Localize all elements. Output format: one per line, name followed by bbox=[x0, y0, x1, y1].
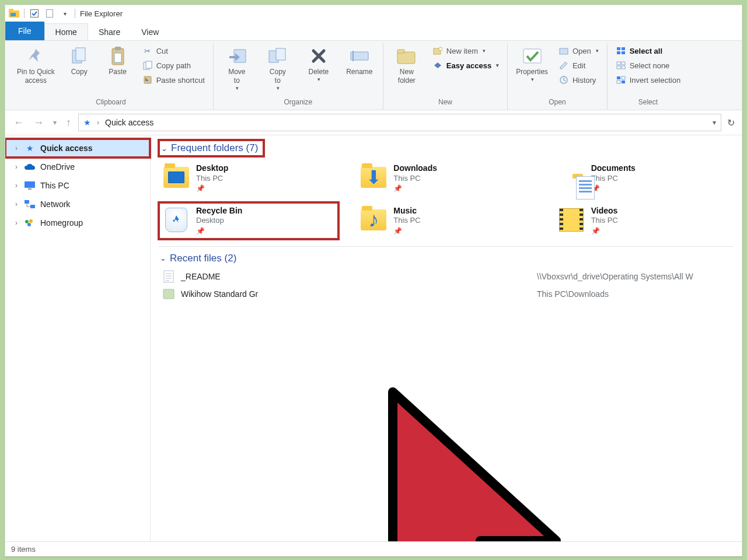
breadcrumb-separator-icon: › bbox=[97, 118, 99, 127]
new-item-button[interactable]: New item▾ bbox=[430, 44, 501, 57]
breadcrumb-root[interactable]: Quick access bbox=[105, 118, 153, 127]
svg-rect-4 bbox=[47, 10, 53, 18]
sidebar-item-network[interactable]: › Network bbox=[5, 195, 150, 214]
svg-rect-17 bbox=[352, 51, 354, 61]
copy-path-button[interactable]: Copy path bbox=[140, 59, 207, 72]
address-dropdown-icon[interactable]: ▾ bbox=[713, 118, 716, 127]
pin-icon: 📌 bbox=[196, 184, 228, 193]
tab-home[interactable]: Home bbox=[44, 23, 88, 40]
sidebar-item-onedrive[interactable]: › OneDrive bbox=[5, 158, 150, 176]
downloads-folder-icon: ⬇ bbox=[359, 163, 388, 191]
expand-icon[interactable]: › bbox=[13, 163, 19, 171]
chevron-down-icon: ▾ bbox=[496, 62, 499, 68]
svg-rect-28 bbox=[622, 51, 625, 54]
svg-point-41 bbox=[25, 220, 29, 223]
refresh-button[interactable]: ↻ bbox=[726, 117, 736, 128]
section-recent-label: Recent files (2) bbox=[170, 253, 236, 264]
svg-rect-40 bbox=[30, 205, 35, 208]
delete-button[interactable]: Delete▾ bbox=[301, 43, 336, 82]
tab-view[interactable]: View bbox=[131, 24, 169, 40]
open-button[interactable]: Open▾ bbox=[556, 44, 601, 57]
folder-item-videos[interactable]: VideosThis PC📌 bbox=[554, 202, 734, 239]
copy-to-button[interactable]: Copy to▾ bbox=[260, 43, 295, 91]
svg-point-21 bbox=[439, 47, 442, 51]
rename-button[interactable]: Rename bbox=[342, 43, 377, 76]
paste-button[interactable]: Paste bbox=[102, 43, 134, 76]
status-bar: 9 items bbox=[5, 541, 742, 556]
documents-folder-icon bbox=[557, 163, 585, 191]
expand-icon[interactable]: › bbox=[13, 200, 19, 208]
folder-item-downloads[interactable]: ⬇ DownloadsThis PC📌 bbox=[356, 160, 536, 197]
scissors-icon: ✂ bbox=[142, 46, 153, 56]
pin-icon: 📌 bbox=[393, 227, 420, 236]
back-button[interactable]: ← bbox=[11, 117, 26, 129]
svg-rect-34 bbox=[622, 76, 625, 79]
new-folder-button[interactable]: New folder bbox=[389, 43, 424, 85]
generic-file-icon bbox=[162, 288, 175, 300]
section-frequent-label: Frequent folders (7) bbox=[171, 142, 258, 154]
qat-document-icon[interactable] bbox=[44, 8, 55, 19]
move-to-icon bbox=[226, 46, 247, 66]
svg-rect-30 bbox=[622, 62, 625, 65]
recent-file-wikihow[interactable]: Wikihow Standard Gr This PC\Downloads bbox=[159, 285, 734, 303]
move-to-button[interactable]: Move to▾ bbox=[219, 43, 254, 91]
recycle-bin-icon bbox=[162, 206, 190, 234]
select-none-button[interactable]: Select none bbox=[613, 59, 683, 72]
folder-item-recycle-bin[interactable]: Recycle BinDesktop📌 bbox=[159, 202, 338, 239]
recent-file-readme[interactable]: _README \\Vboxsvr\d_drive\Operating Syst… bbox=[159, 268, 734, 285]
expand-icon[interactable]: › bbox=[13, 144, 19, 152]
sidebar-item-label: Homegroup bbox=[40, 218, 83, 228]
folder-item-desktop[interactable]: DesktopThis PC📌 bbox=[159, 160, 338, 197]
svg-rect-9 bbox=[114, 53, 121, 62]
svg-rect-33 bbox=[617, 76, 620, 79]
pin-icon bbox=[25, 46, 46, 66]
cut-button[interactable]: ✂Cut bbox=[140, 44, 207, 57]
pin-to-quick-access-button[interactable]: Pin to Quick access bbox=[15, 43, 57, 85]
chevron-down-icon: ▾ bbox=[277, 85, 280, 91]
sidebar-item-quick-access[interactable]: › ★ Quick access bbox=[5, 139, 150, 158]
svg-rect-29 bbox=[617, 62, 620, 65]
group-label-open: Open bbox=[514, 96, 601, 110]
chevron-down-icon: ▾ bbox=[531, 76, 534, 82]
folder-item-documents[interactable]: DocumentsThis PC📌 bbox=[554, 160, 734, 197]
invert-selection-button[interactable]: Invert selection bbox=[613, 74, 683, 86]
sidebar-item-label: This PC bbox=[40, 181, 69, 190]
paste-shortcut-button[interactable]: Paste shortcut bbox=[140, 74, 207, 86]
quick-access-star-icon: ★ bbox=[83, 118, 91, 127]
recent-locations-button[interactable]: ▾ bbox=[51, 118, 59, 127]
group-label-select: Select bbox=[613, 96, 683, 110]
ribbon-group-organize: Move to▾ Copy to▾ Delete▾ Rename Organiz… bbox=[214, 43, 383, 110]
expand-icon[interactable]: › bbox=[13, 219, 19, 227]
window-title: File Explorer bbox=[80, 9, 123, 18]
pin-icon: 📌 bbox=[393, 184, 437, 193]
folder-item-music[interactable]: ♪ MusicThis PC📌 bbox=[356, 202, 536, 239]
svg-rect-2 bbox=[11, 13, 16, 16]
sidebar-item-homegroup[interactable]: › Homegroup bbox=[5, 214, 150, 232]
chevron-down-icon: ▾ bbox=[596, 48, 599, 54]
sidebar-item-label: OneDrive bbox=[40, 162, 75, 172]
address-bar[interactable]: ★ › Quick access ▾ bbox=[78, 114, 721, 131]
easy-access-button[interactable]: Easy access▾ bbox=[430, 59, 501, 72]
up-button[interactable]: ↑ bbox=[64, 117, 74, 129]
cursor-illustration bbox=[381, 386, 591, 556]
properties-button[interactable]: Properties▾ bbox=[514, 43, 550, 82]
select-all-button[interactable]: Select all bbox=[613, 44, 683, 57]
ribbon-group-new: New folder New item▾ Easy access▾ New bbox=[383, 43, 508, 110]
copy-button[interactable]: Copy bbox=[63, 43, 96, 76]
qat-dropdown-icon[interactable]: ▾ bbox=[60, 8, 70, 19]
edit-button[interactable]: Edit bbox=[556, 59, 601, 72]
qat-checkbox-icon[interactable] bbox=[29, 8, 40, 19]
expand-icon[interactable]: › bbox=[13, 181, 19, 190]
forward-button[interactable]: → bbox=[31, 117, 46, 129]
history-button[interactable]: History bbox=[556, 74, 601, 86]
tab-file[interactable]: File bbox=[5, 22, 44, 40]
sidebar-item-this-pc[interactable]: › This PC bbox=[5, 176, 150, 195]
new-folder-icon bbox=[396, 46, 417, 66]
section-divider bbox=[159, 246, 734, 247]
tab-share[interactable]: Share bbox=[88, 24, 131, 40]
section-frequent-folders[interactable]: ⌄ Frequent folders (7) bbox=[159, 140, 264, 156]
new-item-icon bbox=[432, 46, 443, 56]
svg-rect-6 bbox=[76, 48, 85, 61]
section-recent-files[interactable]: ⌄ Recent files (2) bbox=[159, 249, 734, 268]
paste-shortcut-icon bbox=[142, 75, 153, 85]
